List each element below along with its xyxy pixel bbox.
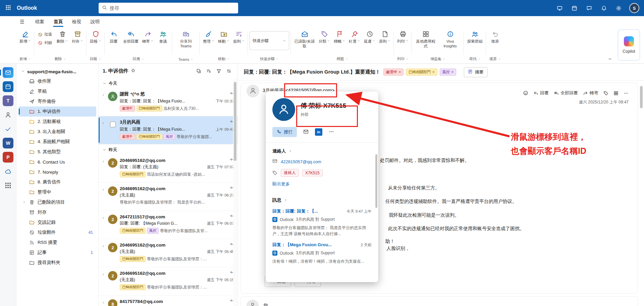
card-scrollbar-thumb[interactable] [375, 154, 377, 208]
ribbon-group-label[interactable]: 回應 [133, 55, 144, 63]
tag-chip[interactable]: 風控 [164, 134, 175, 140]
tag-chip[interactable]: 已轉相關部門 [137, 134, 162, 140]
sort-button[interactable] [224, 66, 233, 76]
ribbon-rules-button[interactable]: 規則 [231, 28, 246, 45]
feedback-button[interactable] [583, 2, 595, 14]
ribbon-sweep-button[interactable]: 整理 [201, 28, 216, 45]
sidebar-item-organizing[interactable]: 整理中 [18, 187, 96, 197]
remove-tag-icon[interactable]: × [399, 70, 401, 74]
sidebar-item-noreply[interactable]: 7. Noreply [18, 167, 96, 177]
category-chip[interactable]: X7K515 [302, 170, 323, 176]
sidebar-item-inbox[interactable]: 收件匣 [18, 76, 96, 86]
rail-calendar-button[interactable] [3, 81, 13, 92]
tag-chip[interactable]: 已轉相關部門 [120, 284, 146, 290]
rail-mail-button[interactable] [3, 67, 13, 78]
ribbon-junk-button[interactable]: 垃圾 [37, 31, 53, 38]
notifications-button[interactable] [598, 2, 610, 14]
ribbon-report-button[interactable]: 回報 [88, 28, 103, 45]
sidebar-item-notes[interactable]: 記事1 [18, 248, 96, 258]
sender-avatar[interactable] [247, 85, 259, 97]
ribbon-group-label[interactable]: 復原 [489, 55, 501, 63]
next-message-row[interactable]: 您 [247, 300, 268, 306]
messages-section-header[interactable]: 訊息 [272, 197, 372, 203]
sidebar-item-archive[interactable]: 封存 [18, 207, 96, 217]
contact-section-header[interactable]: 連絡人 [272, 148, 372, 154]
sidebar-item-other[interactable]: 5. 其他類型 [18, 147, 96, 157]
account-row[interactable]: support@mega-fusio... [18, 67, 96, 76]
message-list-item[interactable]: 3月的风雨回复：回覆: 回复：【Mega Fusio...上午 09:47處理中… [99, 116, 237, 144]
ribbon-delete-button[interactable]: 刪除 [55, 28, 70, 45]
reading-pane-scrollbar[interactable] [639, 82, 643, 305]
rail-teams-button[interactable]: T [3, 95, 13, 106]
expand-chevron-icon[interactable] [101, 242, 106, 265]
ribbon-flag-button[interactable]: 標幟 [332, 28, 347, 45]
ribbon-group-label[interactable]: 刪除 [55, 55, 66, 63]
scrollbar-thumb[interactable] [234, 82, 236, 161]
categorize-button[interactable] [603, 91, 608, 96]
tab-file[interactable]: 檔案 [31, 17, 49, 27]
rail-word-button[interactable]: W [3, 138, 13, 148]
message-avatar[interactable]: 2 [107, 186, 119, 209]
expand-chevron-icon[interactable] [101, 186, 106, 209]
rail-people-button[interactable] [3, 110, 13, 120]
ribbon-undo-button[interactable]: 復原 [488, 28, 502, 45]
reply-all-button[interactable]: 全部回覆 [554, 90, 578, 96]
ribbon-group-label[interactable]: Teams [178, 56, 193, 63]
sidebar-item-funds[interactable]: 3. 出入金相關 [18, 127, 96, 137]
tab-help[interactable]: 說明 [86, 17, 104, 27]
tag-chip[interactable]: 風控× [440, 69, 456, 76]
calendar-day-button[interactable] [568, 2, 580, 14]
summarize-button[interactable]: 摘要 [464, 67, 488, 77]
tag-chip[interactable]: 風控 [147, 228, 159, 234]
expand-chevron-icon[interactable] [101, 214, 106, 237]
message-avatar[interactable]: 2 [107, 242, 119, 265]
sidebar-item-contact-us[interactable]: 6. Contact Us [18, 157, 96, 167]
sidebar-item-system-account[interactable]: 4. 系統帳戶相關 [18, 137, 96, 147]
rail-todo-button[interactable] [3, 124, 13, 134]
message-list-scrollbar[interactable] [233, 79, 237, 306]
expand-chevron-icon[interactable] [101, 158, 106, 180]
ribbon-more-apps-button[interactable]: 其他應用程式 [414, 28, 438, 49]
expand-chevron-icon[interactable] [101, 299, 106, 306]
ribbon-read-unread-button[interactable]: 已讀取/未讀取 [292, 28, 317, 49]
ribbon-new-button[interactable]: 新增 [18, 28, 33, 45]
ribbon-group-label[interactable]: 新增 [19, 55, 31, 63]
more-options-button[interactable] [624, 91, 629, 96]
ribbon-block-button[interactable]: 封鎖 [37, 40, 53, 46]
expand-chevron-icon[interactable] [101, 270, 106, 293]
ribbon-group-label[interactable]: 尋找 [469, 55, 481, 63]
tag-chip[interactable]: 已轉相關部門 [120, 171, 146, 177]
sidebar-item-deleted[interactable]: 已刪除的項目 [18, 197, 96, 207]
message-list-item[interactable]: 22046695162@qq.com回复：回覆: (无主题)週五 下午 07:0… [99, 155, 237, 183]
tag-chip[interactable]: 已轉相關部門 [120, 228, 146, 234]
ribbon-share-to-teams-button[interactable]: 分享到 Teams [174, 28, 198, 49]
search-input[interactable] [110, 5, 235, 11]
category-chip[interactable]: 連絡人 [281, 169, 299, 177]
sidebar-item-sent[interactable]: 寄件備份 [18, 96, 96, 106]
linkedin-icon[interactable]: in [315, 128, 322, 136]
meet-now-button[interactable] [553, 2, 566, 14]
message-list-item[interactable]: 22046695162@qq.com(无主题)週五 下午 06:27尊敬的平台客… [99, 183, 237, 211]
mark-read-button[interactable] [204, 66, 213, 76]
tag-chip[interactable]: 處理中 [120, 134, 135, 140]
message-avatar[interactable]: 2 [107, 214, 119, 237]
remove-tag-icon[interactable]: × [432, 70, 434, 74]
ribbon-group-label[interactable]: 標籤 [337, 55, 348, 63]
ribbon-policy-button[interactable]: 原則 [377, 28, 392, 45]
section-header[interactable]: 昨天 [99, 144, 237, 155]
message-avatar[interactable] [107, 91, 119, 114]
ribbon-group-label[interactable]: 移動 [218, 55, 229, 63]
message-avatar[interactable]: 8 [107, 299, 119, 306]
contact-more-button[interactable] [326, 127, 336, 137]
show-more-link[interactable]: 顯示更多 [272, 181, 290, 187]
tag-chip[interactable]: 已轉相關部門× [406, 69, 437, 76]
tag-chip[interactable]: 處理中× [383, 69, 404, 76]
ribbon-snooze-button[interactable]: 延遲 [362, 28, 377, 45]
tab-view[interactable]: 檢視 [68, 17, 86, 27]
account-avatar[interactable]: S [629, 3, 639, 13]
message-list-item[interactable]: 22046695162@qq.com(无主题)週五 下午 05:45已轉相關部門… [99, 239, 237, 267]
call-button[interactable]: 撥打 [272, 127, 297, 137]
ribbon-group-label[interactable]: 列印 [397, 55, 409, 63]
contact-card-message[interactable]: 回复：回覆: 回复：【...今天 9:47 上午OOutlook3月的风雨 對 … [272, 208, 372, 237]
card-scrollbar[interactable] [375, 91, 378, 282]
